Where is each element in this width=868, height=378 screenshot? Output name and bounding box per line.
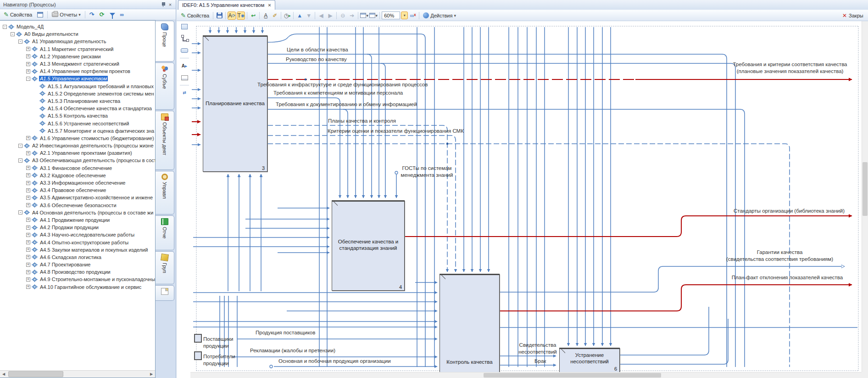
tab-subjects[interactable]: Субъе xyxy=(156,62,174,110)
tree-expander[interactable]: - xyxy=(18,158,22,163)
back-button[interactable]: ◀ xyxy=(317,11,325,20)
tree-item[interactable]: А1.5.4 Обеспечение качества и стандартиз… xyxy=(0,105,155,112)
tree-expander[interactable]: + xyxy=(26,240,30,244)
tree-expander[interactable]: - xyxy=(11,32,15,36)
tooltip-toggle[interactable]: T◉ xyxy=(237,11,245,20)
tree-item[interactable]: - А2 Инвестиционная деятельность (процес… xyxy=(0,142,155,149)
tree-item[interactable]: - А0 Виды деятельности xyxy=(0,30,155,38)
save-button[interactable] xyxy=(215,11,223,20)
actions-button[interactable]: Действия ▾ xyxy=(421,11,458,19)
arrow-label-defect[interactable]: Брак xyxy=(534,358,546,365)
tree-item[interactable]: + А3.1 Финансовое обеспечение xyxy=(0,164,155,172)
process-box-assurance[interactable]: Обеспечение качества и стандартизация зн… xyxy=(332,200,405,291)
tree-item[interactable]: А1.5.6 Устранение несоответствий xyxy=(0,119,155,127)
zoom-dropdown[interactable]: ▾ xyxy=(401,11,408,19)
tree-expander[interactable]: + xyxy=(26,173,30,177)
zoom-input[interactable]: 60% xyxy=(382,11,400,19)
interface-tool-button[interactable]: ⇄ xyxy=(179,88,189,97)
move-up-button[interactable]: ▲ xyxy=(295,11,304,20)
tree-item[interactable]: + А3.5 Административно-хозяйственное и и… xyxy=(0,194,155,201)
tree-item[interactable]: + А4.6 Складская логистика xyxy=(0,254,155,261)
close-diagram-button[interactable]: ✕ Закры xyxy=(842,10,868,21)
arrow-label-competence[interactable]: Требования к компетенциям и мотивации пе… xyxy=(273,90,403,96)
connector-tool-button[interactable] xyxy=(179,34,189,43)
tree-item[interactable]: + А3.4 Правовое обеспечение xyxy=(0,186,155,194)
canvas-horizontal-scrollbar[interactable] xyxy=(190,372,862,378)
tree-item[interactable]: + А1.1 Маркетинг стратегический xyxy=(0,45,155,53)
external-box-consumers[interactable] xyxy=(194,351,202,360)
tree-expander[interactable]: - xyxy=(18,144,22,148)
tree-expander[interactable]: + xyxy=(26,277,30,282)
tree-item[interactable]: + А1.4 Управление портфелем проектов xyxy=(0,68,155,75)
tree-horizontal-scrollbar[interactable]: ◀ ▶ xyxy=(0,370,155,378)
tree-item[interactable]: + А4.3 Научно-исследовательские работы xyxy=(0,231,155,238)
diagram-canvas[interactable]: A ⇄ xyxy=(177,21,868,378)
tree-item[interactable]: А1.5.7 Мониторинг и оценка фактических з… xyxy=(0,127,155,135)
tree-item[interactable]: + А3.6 Обеспечение безопасности xyxy=(0,202,155,209)
tree-item[interactable]: - А3 Обеспечивающая деятельность (процес… xyxy=(0,157,155,164)
layout-button[interactable] xyxy=(35,11,45,18)
tree-expander[interactable]: - xyxy=(18,39,22,44)
diagram-tool-button[interactable] xyxy=(179,22,189,31)
tab-management[interactable]: Управл xyxy=(156,171,174,214)
properties-button[interactable]: ✎ Свойства xyxy=(2,11,34,18)
close-icon[interactable]: × xyxy=(167,1,174,8)
arrow-label-infra[interactable]: Требования к инфраструктуре и среде функ… xyxy=(257,81,428,88)
window-mode-button[interactable]: ▾ xyxy=(360,11,368,20)
auto-rename-toggle[interactable]: A⟳ xyxy=(228,11,236,20)
reports-button[interactable]: Отчеты ▾ xyxy=(50,11,83,18)
arrow-label-evidence[interactable]: Свидетельства несоответствий xyxy=(514,342,561,355)
tree-item[interactable]: + А1.3 Менеджмент стратегический xyxy=(0,60,155,68)
tree-item[interactable]: А1.5.1 Актуализация требований и плановы… xyxy=(0,83,155,90)
tree-item[interactable]: + А4.2 Продажи продукции xyxy=(0,224,155,231)
filter-button[interactable] xyxy=(108,12,117,17)
tree-expander[interactable]: - xyxy=(26,77,30,81)
scrollbar-thumb[interactable] xyxy=(484,373,661,378)
tab-idef0-diagram[interactable]: IDEF0: A1.5 Управление качеством × xyxy=(178,0,275,10)
arrow-label-standards[interactable]: Стандарты организации (библиотека знаний… xyxy=(730,208,848,214)
refresh-button[interactable]: ⟳ xyxy=(98,11,106,18)
tree-expander[interactable]: + xyxy=(26,248,30,252)
tree-expander[interactable]: + xyxy=(26,47,30,51)
process-box-control[interactable]: Контроль качества xyxy=(440,274,500,372)
tree-expander[interactable]: + xyxy=(26,181,30,185)
tab-groups[interactable]: Груп xyxy=(156,251,174,284)
external-label-consumers[interactable]: Потребители продукции xyxy=(203,353,235,367)
tree-expander[interactable]: + xyxy=(26,62,30,66)
update-diagram-button[interactable]: ↩ xyxy=(249,11,257,20)
arrow-label-plans[interactable]: Планы качества и контроля xyxy=(328,118,396,124)
text-settings-button[interactable]: A̲ xyxy=(262,11,270,20)
tree-item[interactable]: А1.5.5 Контроль качества xyxy=(0,112,155,119)
format-brush-button[interactable]: ✐ xyxy=(271,11,279,20)
tree-item[interactable]: + А4.5 Закупки материалов и покупных изд… xyxy=(0,246,155,254)
tab-reports[interactable]: Отче xyxy=(156,215,174,250)
goto-button[interactable]: ↷ xyxy=(88,11,96,18)
tree-expander[interactable]: + xyxy=(26,218,30,222)
tree-item[interactable]: + А4.10 Гарантийное обслуживание и серви… xyxy=(0,283,155,291)
tree-item[interactable]: + А4.7 Проектирование xyxy=(0,261,155,268)
tree-expander[interactable]: + xyxy=(26,151,30,155)
tree-expander[interactable]: + xyxy=(26,54,30,58)
process-box-elimination[interactable]: Устранение несоответствий 6 xyxy=(559,348,620,372)
arrow-label-requirements[interactable]: Требования и критерии соответствия качес… xyxy=(730,61,850,75)
tree-item[interactable]: + А1.6 Управление стоимостью (бюджетиров… xyxy=(0,135,155,142)
pin-icon[interactable] xyxy=(159,1,167,8)
arrow-label-manual[interactable]: Руководство по качеству xyxy=(286,56,347,63)
canvas-vertical-scrollbar[interactable] xyxy=(862,21,868,372)
break-link-button[interactable]: ∞ˣ xyxy=(409,11,417,20)
tree-item[interactable]: - Модель_4Д xyxy=(0,23,155,30)
history-button[interactable]: ◷▸ xyxy=(283,11,291,20)
tree-item[interactable]: + А1.2 Управление рисками xyxy=(0,53,155,60)
arrow-label-criteria[interactable]: Критерии оценки и показатели функциониро… xyxy=(328,128,464,135)
tab-close-icon[interactable]: × xyxy=(268,2,271,8)
tree-expander[interactable]: + xyxy=(26,136,30,140)
move-down-button[interactable]: ▼ xyxy=(305,11,313,20)
tree-expander[interactable]: + xyxy=(26,285,30,289)
arrow-label-supplier-products[interactable]: Продукция поставщиков xyxy=(256,329,315,336)
goto-child-button[interactable]: ➔ xyxy=(348,11,356,20)
arrow-label-documentation[interactable]: Требования к документированию и обмену и… xyxy=(276,101,417,108)
tree-item[interactable]: + А3.3 Информационное обеспечение xyxy=(0,179,155,186)
tree-item[interactable]: - А4 Основная деятельность (процессы в с… xyxy=(0,209,155,216)
tree-item[interactable]: + А4.8 Производство продукции xyxy=(0,268,155,276)
forward-button[interactable]: ▶ xyxy=(326,11,334,20)
